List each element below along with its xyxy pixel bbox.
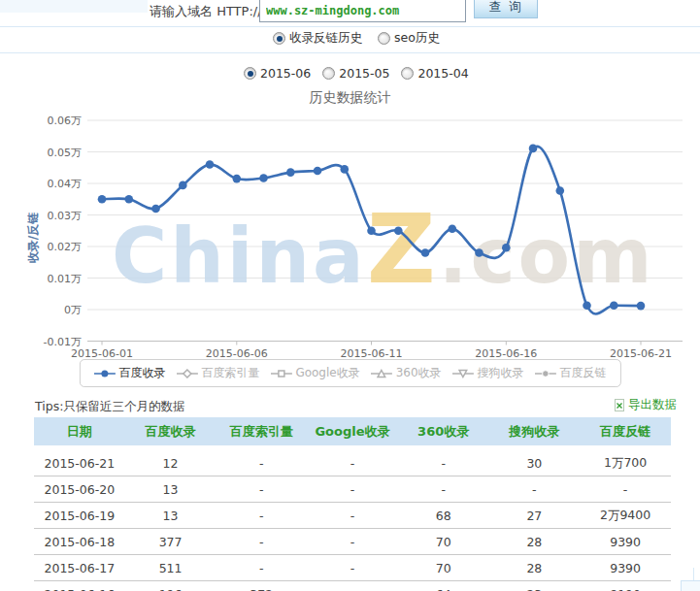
table-cell: 9390 [580, 555, 671, 581]
data-point-2015-06-19[interactable] [583, 302, 591, 311]
column-header: 搜狗收录 [489, 417, 581, 448]
legend-item-百度收录[interactable]: 百度收录 [93, 365, 165, 381]
data-point-2015-06-02[interactable] [125, 195, 134, 204]
data-point-2015-06-21[interactable] [637, 302, 646, 311]
column-header: 百度反链 [580, 417, 671, 448]
data-point-2015-06-11[interactable] [367, 227, 376, 236]
data-point-2015-06-13[interactable] [421, 248, 430, 257]
column-header: 360收录 [398, 417, 489, 448]
legend-item-Google收录[interactable]: Google收录 [270, 365, 359, 381]
data-point-2015-06-18[interactable] [556, 186, 565, 195]
data-point-2015-06-04[interactable] [179, 181, 187, 190]
data-point-2015-06-01[interactable] [98, 195, 107, 204]
column-header: 百度收录 [125, 417, 217, 448]
table-cell: 70 [398, 555, 489, 581]
table-cell: 64 [398, 581, 489, 591]
table-cell: 28 [489, 529, 581, 555]
y-tick-label: 0.03万 [48, 210, 83, 222]
table-cell: - [307, 503, 398, 529]
data-point-2015-06-14[interactable] [449, 225, 457, 234]
history-chart: 0.06万0.05万0.04万0.03万0.02万0.01万0万-0.01万Ch… [0, 0, 700, 393]
table-cell: - [398, 476, 489, 503]
column-header: Google收录 [307, 417, 398, 448]
table-cell: 2015-06-16 [34, 581, 125, 591]
legend-item-360收录[interactable]: 360收录 [371, 365, 442, 381]
tips-text: Tips:只保留近三个月的数据 [35, 399, 184, 415]
data-point-2015-06-17[interactable] [529, 145, 538, 153]
data-point-2015-06-12[interactable] [394, 227, 403, 236]
data-point-2015-06-09[interactable] [314, 167, 322, 176]
table-cell: 372 [216, 581, 307, 591]
data-point-2015-06-06[interactable] [233, 175, 242, 183]
export-data-label: 导出数据 [628, 397, 677, 413]
table-cell: 13 [125, 476, 217, 503]
legend-label: 百度索引量 [201, 365, 259, 381]
data-point-2015-06-03[interactable] [151, 205, 160, 213]
table-cell: 70 [398, 529, 489, 555]
table-cell: - [307, 581, 398, 591]
x-tick-label: 2015-06-01 [71, 347, 133, 360]
legend-label: 360收录 [396, 365, 442, 381]
legend-marker-circle-o-icon [535, 369, 556, 378]
table-cell: - [216, 503, 307, 529]
data-point-2015-06-10[interactable] [341, 165, 350, 174]
table-cell: - [216, 448, 307, 476]
table-cell: 9390 [580, 529, 671, 555]
table-header: 日期百度收录百度索引量Google收录360收录搜狗收录百度反链 [34, 417, 671, 448]
table-cell: 2015-06-18 [34, 529, 125, 555]
table-cell: 30 [489, 448, 581, 476]
table-cell: - [216, 555, 307, 581]
y-tick-label: 0.02万 [48, 241, 83, 253]
data-point-2015-06-15[interactable] [475, 248, 483, 257]
legend-label: 搜狗收录 [478, 365, 524, 381]
y-tick-label: 0.01万 [48, 273, 83, 285]
legend-item-搜狗收录[interactable]: 搜狗收录 [452, 365, 524, 381]
table-cell: 2015-06-17 [34, 555, 125, 581]
data-point-2015-06-07[interactable] [259, 174, 268, 182]
data-point-2015-06-20[interactable] [610, 302, 618, 311]
table-cell: - [307, 555, 398, 581]
table-row: 2015-06-18377--70289390 [34, 529, 671, 555]
table-row: 2015-06-2112---301万700 [34, 448, 671, 476]
legend-label: 百度收录 [118, 365, 165, 381]
data-point-2015-06-05[interactable] [206, 160, 215, 169]
table-row: 2015-06-2013----- [34, 476, 671, 503]
legend-item-百度反链[interactable]: 百度反链 [535, 365, 607, 381]
table-row: 2015-06-16196372-64238190 [34, 581, 671, 591]
data-point-2015-06-16[interactable] [502, 244, 511, 252]
legend-marker-square-icon [270, 369, 291, 378]
floating-widget-corner [681, 580, 700, 591]
table-header-row: 日期百度收录百度索引量Google收录360收录搜狗收录百度反链 [34, 417, 671, 448]
table-cell: 27 [489, 503, 581, 529]
y-tick-label: 0.04万 [48, 178, 83, 190]
data-point-2015-06-08[interactable] [286, 168, 295, 177]
table-cell: 2万9400 [580, 503, 671, 529]
history-data-table: 日期百度收录百度索引量Google收录360收录搜狗收录百度反链 2015-06… [34, 417, 671, 591]
y-tick-label: 0.05万 [48, 147, 83, 159]
table-cell: - [489, 476, 581, 503]
table-cell: - [307, 476, 398, 503]
legend-marker-circle-icon [93, 369, 115, 378]
table-cell: 2015-06-20 [34, 476, 125, 503]
table-cell: 377 [125, 529, 217, 555]
table-row: 2015-06-1913--68272万9400 [34, 503, 671, 529]
table-cell: - [580, 476, 671, 503]
legend-marker-diamond-icon [176, 369, 197, 378]
legend-label: 百度反链 [560, 365, 607, 381]
table-cell: 23 [489, 581, 581, 591]
x-tick-label: 2015-06-21 [610, 347, 672, 360]
chart-legend: 百度收录百度索引量Google收录360收录搜狗收录百度反链 [79, 359, 620, 387]
x-tick-label: 2015-06-16 [475, 347, 537, 360]
export-data-link[interactable]: 导出数据 [614, 397, 677, 413]
table-cell: 1万700 [580, 448, 671, 476]
legend-item-百度索引量[interactable]: 百度索引量 [176, 365, 259, 381]
x-tick-label: 2015-06-06 [206, 347, 268, 360]
table-cell: 13 [125, 503, 217, 529]
table-cell: - [398, 448, 489, 476]
legend-label: Google收录 [295, 365, 359, 381]
y-tick-label: 0万 [64, 304, 82, 316]
table-cell: 12 [125, 448, 217, 476]
table-cell: - [216, 476, 307, 503]
export-excel-icon [614, 399, 626, 411]
y-axis-title: 收录/反链 [26, 213, 40, 263]
